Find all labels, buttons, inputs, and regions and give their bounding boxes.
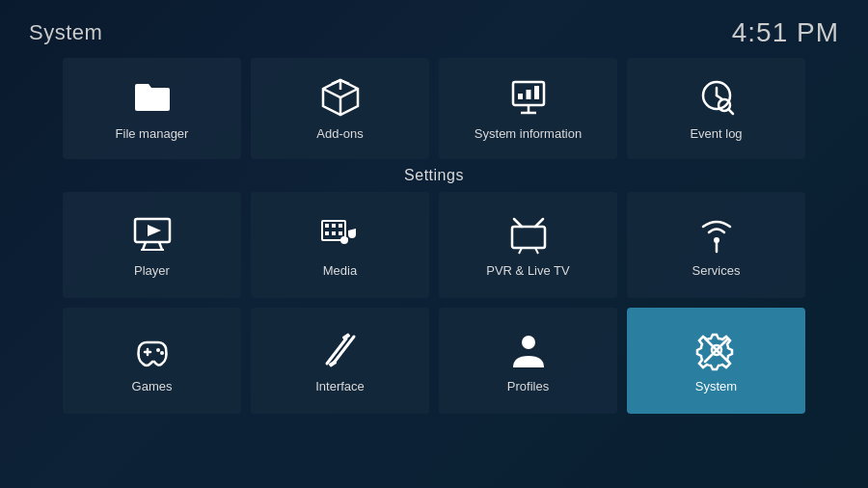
settings-row-2: Games Interface Profiles Syste — [0, 308, 868, 414]
settings-row-1: Player Media PVR & Live TV — [0, 192, 868, 298]
games-icon — [131, 329, 174, 371]
player-icon — [131, 213, 174, 256]
tile-media[interactable]: Media — [251, 192, 429, 298]
profiles-icon — [507, 329, 550, 371]
svg-marker-18 — [148, 225, 161, 236]
tile-system-label: System — [695, 379, 737, 393]
svg-rect-24 — [332, 231, 336, 235]
svg-point-35 — [156, 348, 160, 352]
system-icon — [695, 329, 738, 371]
tile-player[interactable]: Player — [63, 192, 241, 298]
tile-file-manager-label: File manager — [116, 126, 189, 141]
tile-file-manager[interactable]: File manager — [63, 58, 241, 159]
svg-rect-7 — [526, 90, 530, 99]
tile-media-label: Media — [323, 263, 357, 278]
tile-event-log[interactable]: Event log — [627, 58, 805, 159]
eventlog-icon — [695, 76, 738, 119]
tile-add-ons[interactable]: Add-ons — [251, 58, 429, 159]
svg-rect-25 — [339, 231, 342, 235]
tile-interface[interactable]: Interface — [251, 308, 429, 414]
services-icon — [695, 213, 738, 256]
addons-icon — [319, 76, 362, 119]
svg-rect-22 — [339, 224, 342, 228]
media-icon — [319, 213, 362, 256]
clock: 4:51 PM — [732, 17, 839, 48]
tile-games-label: Games — [132, 379, 173, 393]
tile-games[interactable]: Games — [63, 308, 241, 414]
tile-pvr-live-tv-label: PVR & Live TV — [486, 263, 569, 278]
folder-icon — [131, 76, 174, 119]
tile-profiles[interactable]: Profiles — [439, 308, 617, 414]
svg-rect-23 — [325, 231, 329, 235]
svg-line-13 — [728, 109, 733, 114]
pvr-icon — [507, 213, 550, 256]
tile-pvr-live-tv[interactable]: PVR & Live TV — [439, 192, 617, 298]
page-title: System — [29, 20, 102, 45]
tile-interface-label: Interface — [315, 379, 365, 393]
tile-system-information[interactable]: System information — [439, 58, 617, 159]
svg-rect-21 — [332, 224, 336, 228]
tile-add-ons-label: Add-ons — [316, 126, 363, 141]
svg-rect-26 — [512, 227, 545, 248]
tile-system-information-label: System information — [475, 126, 582, 141]
tile-services[interactable]: Services — [627, 192, 805, 298]
presentation-icon — [507, 76, 550, 119]
tile-profiles-label: Profiles — [507, 379, 549, 393]
tile-services-label: Services — [692, 263, 741, 278]
tile-system[interactable]: System — [627, 308, 805, 414]
interface-icon — [319, 329, 362, 371]
svg-rect-6 — [518, 94, 523, 99]
header: System 4:51 PM — [0, 0, 868, 58]
svg-point-36 — [160, 351, 164, 355]
svg-rect-20 — [325, 224, 329, 228]
svg-point-41 — [522, 336, 535, 349]
top-row: File manager Add-ons System information — [0, 58, 868, 159]
tile-event-log-label: Event log — [690, 126, 742, 141]
tile-player-label: Player — [134, 263, 170, 278]
svg-rect-8 — [534, 86, 539, 99]
settings-label: Settings — [0, 167, 868, 184]
